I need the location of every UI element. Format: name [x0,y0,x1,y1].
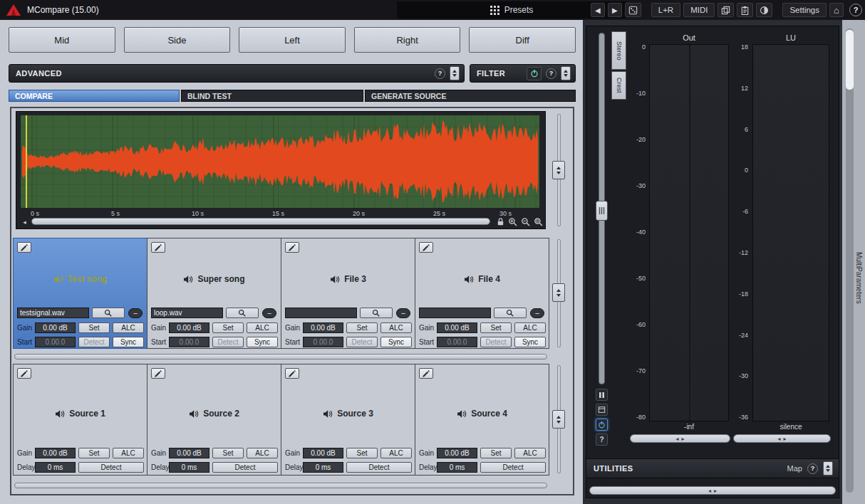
zoom-in-button[interactable] [507,216,519,227]
filter-help-button[interactable]: ? [546,68,556,79]
gain-field[interactable]: 0.00 dB [35,448,76,458]
set-button[interactable]: Set [212,322,244,333]
scroll-left-button[interactable]: ◂ [20,218,29,226]
detect-button[interactable]: Detect [346,462,412,473]
utilities-help-button[interactable]: ? [807,463,818,474]
source-slot-3[interactable]: Source 3 Gain 0.00 dB Set ALC Delay 0 ms… [281,364,415,476]
alc-button[interactable]: ALC [113,322,144,333]
gain-field[interactable]: 0.00 dB [303,448,343,458]
slot-name[interactable]: Source 4 [415,409,549,419]
filter-power-button[interactable] [527,67,542,80]
waveform-scrollbar[interactable] [31,218,490,225]
meter-power-button[interactable] [596,419,608,431]
browse-button[interactable] [494,308,527,318]
utilities-bar[interactable]: UTILITIES Map ? [586,458,839,478]
set-button[interactable]: Set [480,448,512,458]
filter-bar[interactable]: FILTER ? [470,64,576,83]
meter-window-button[interactable] [596,404,608,416]
meter-range-thumb[interactable] [596,201,608,221]
file-field[interactable]: loop.wav [151,308,223,318]
delay-field[interactable]: 0 ms [169,462,209,473]
gain-field[interactable]: 0.00 dB [303,322,343,333]
slot-name[interactable]: Super song [147,274,281,284]
tab-blind-test[interactable]: BLIND TEST [181,90,363,102]
alc-button[interactable]: ALC [247,322,278,333]
channel-side-button[interactable]: Side [124,27,231,53]
filter-spinner[interactable] [561,66,571,80]
detect-button[interactable]: Detect [78,462,144,473]
start-field[interactable]: 0.00.0 [169,337,209,347]
remove-button[interactable]: − [262,308,276,318]
set-button[interactable]: Set [346,448,378,458]
alc-button[interactable]: ALC [514,448,546,458]
start-field[interactable]: 0.00.0 [437,337,477,347]
slots-h-scrollbar[interactable] [14,354,547,359]
bottom-h-scrollbar[interactable] [14,483,547,488]
advanced-help-button[interactable]: ? [435,68,445,79]
waveform-v-spinner[interactable] [552,161,565,179]
channel-mode-button[interactable]: L+R [651,3,680,17]
gain-field[interactable]: 0.00 dB [437,448,477,458]
slot-name[interactable]: Source 3 [281,409,415,419]
channel-mid-button[interactable]: Mid [9,27,115,53]
multiparameters-scrollbar[interactable] [846,28,854,493]
source-slot-4[interactable]: Source 4 Gain 0.00 dB Set ALC Delay 0 ms… [415,364,549,476]
random-preset-button[interactable] [625,3,641,17]
delay-field[interactable]: 0 ms [437,462,477,473]
source-slot-1[interactable]: Source 1 Gain 0.00 dB Set ALC Delay 0 ms… [13,364,147,476]
sync-button[interactable]: Sync [113,337,144,347]
remove-button[interactable]: − [396,308,410,318]
start-field[interactable]: 0.00.0 [303,337,343,347]
playhead-cursor[interactable] [26,115,27,208]
channel-right-button[interactable]: Right [354,27,461,53]
sync-button[interactable]: Sync [380,337,412,347]
map-button[interactable]: Map [787,464,802,473]
alc-button[interactable]: ALC [380,322,412,333]
sources-v-spinner[interactable] [552,410,565,429]
home-button[interactable]: ⌂ [829,3,844,17]
comparison-slot-1[interactable]: Test song testsignal.wav − Gain 0.00 dB … [13,238,147,349]
slot-name[interactable]: Source 1 [14,409,147,419]
copy-button[interactable] [718,3,734,17]
channel-left-button[interactable]: Left [239,27,346,53]
next-preset-button[interactable]: ▶ [608,3,622,17]
paste-button[interactable] [737,3,753,17]
slots-v-spinner[interactable] [552,283,565,302]
alc-button[interactable]: ALC [113,448,144,458]
lu-meter-zoombar[interactable]: ◂▸ [733,434,831,443]
zoom-fit-button[interactable] [533,216,544,227]
theme-button[interactable] [756,3,772,17]
file-field[interactable]: testsignal.wav [17,308,89,318]
midi-button[interactable]: MIDI [683,3,715,17]
comparison-slot-4[interactable]: File 4 − Gain 0.00 dB Set ALC Start 0.00… [415,238,549,349]
detect-button[interactable]: Detect [480,337,512,347]
tab-compare[interactable]: COMPARE [9,90,180,102]
help-button[interactable]: ? [849,4,862,16]
browse-button[interactable] [360,308,393,318]
channel-diff-button[interactable]: Diff [469,27,576,53]
edit-button[interactable] [285,368,299,379]
slot-name[interactable]: File 4 [415,274,549,284]
edit-button[interactable] [285,242,299,253]
previous-preset-button[interactable]: ◀ [591,3,605,17]
sync-button[interactable]: Sync [514,337,546,347]
edit-button[interactable] [151,242,165,253]
gain-field[interactable]: 0.00 dB [169,448,209,458]
edit-button[interactable] [17,368,31,379]
gain-field[interactable]: 0.00 dB [437,322,477,333]
lock-button[interactable] [494,216,506,227]
alc-button[interactable]: ALC [247,448,278,458]
comparison-slot-3[interactable]: File 3 − Gain 0.00 dB Set ALC Start 0.00… [281,238,415,349]
advanced-bar[interactable]: ADVANCED ? [9,64,465,83]
comparison-slot-2[interactable]: Super song loop.wav − Gain 0.00 dB Set A… [147,238,281,349]
gain-field[interactable]: 0.00 dB [35,322,76,333]
remove-button[interactable]: − [530,308,544,318]
zoom-out-button[interactable] [520,216,532,227]
slot-name[interactable]: Test song [14,274,147,284]
detect-button[interactable]: Detect [346,337,378,347]
alc-button[interactable]: ALC [380,448,412,458]
utilities-spinner[interactable] [823,461,833,476]
multiparameters-scroll-thumb[interactable] [846,30,854,90]
slot-name[interactable]: Source 2 [147,409,281,419]
edit-button[interactable] [17,242,31,253]
